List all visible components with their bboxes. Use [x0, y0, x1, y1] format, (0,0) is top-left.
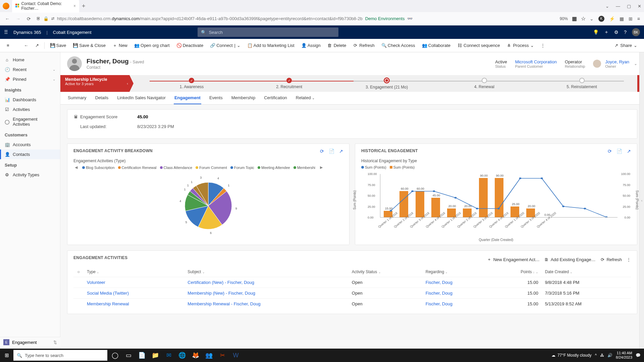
hamburger-toggle[interactable]: ≡: [4, 42, 12, 49]
collapse-icon[interactable]: ‹: [127, 81, 128, 85]
extension-icon[interactable]: ⊞: [629, 16, 633, 21]
collaborate-button[interactable]: 👥Collaborate: [419, 42, 453, 49]
side-panel-toggle[interactable]: ‹: [639, 52, 644, 349]
stage-engagement[interactable]: 3. Engagement (21 Mo): [338, 77, 436, 89]
add-marketing-button[interactable]: 📋Add to Marketing List: [245, 42, 297, 49]
column-header[interactable]: Date Created ⌄: [542, 267, 631, 277]
taskbar-app-word2-icon[interactable]: W: [230, 350, 241, 361]
row-checkbox[interactable]: [73, 299, 84, 309]
popout-chart-icon[interactable]: ↗: [339, 148, 343, 154]
open-org-chart-button[interactable]: 👥Open org chart: [131, 42, 172, 49]
app-name[interactable]: Cobalt Engagement: [53, 30, 92, 35]
taskbar-app-teams-icon[interactable]: 👥: [203, 350, 215, 361]
bar-item[interactable]: [416, 191, 424, 217]
refresh-button[interactable]: ⟳Refresh: [350, 42, 377, 49]
nav-reload-icon[interactable]: ⟳: [25, 16, 32, 21]
task-view-icon[interactable]: ▭: [123, 350, 134, 361]
connect-sequence-button[interactable]: ⛓Connect sequence: [454, 42, 502, 49]
contact-avatar[interactable]: [67, 56, 82, 71]
stage-awareness[interactable]: ✓1. Awareness: [143, 78, 240, 89]
sidebar-engagement-activities[interactable]: ◯Engagement Activities: [0, 114, 60, 129]
user-avatar[interactable]: BK: [632, 28, 640, 36]
export-chart-icon[interactable]: 📄: [329, 148, 334, 154]
export-chart-icon[interactable]: 📄: [616, 148, 622, 154]
tab-events[interactable]: Events: [209, 92, 223, 104]
lightbulb-icon[interactable]: 💡: [593, 29, 599, 35]
pocket-icon[interactable]: ⌄: [590, 16, 594, 21]
delete-button[interactable]: 🗑Delete: [325, 42, 349, 49]
stage-reinstatement[interactable]: 5. Reinstatement: [533, 78, 631, 89]
cell-type[interactable]: Social Media (Twitter): [84, 288, 184, 299]
new-tab-button[interactable]: +: [82, 3, 86, 10]
taskbar-app-firefox-icon[interactable]: 🦊: [190, 350, 201, 361]
window-maximize-icon[interactable]: ▢: [627, 4, 631, 9]
cortana-icon[interactable]: ◯: [109, 350, 121, 361]
help-icon[interactable]: ?: [624, 29, 627, 35]
stage-recruitment[interactable]: ✓2. Recruitment: [240, 78, 338, 89]
nav-back-icon[interactable]: ←: [4, 16, 11, 21]
menu-icon[interactable]: ≡: [637, 16, 640, 21]
app-launcher-icon[interactable]: ⠿: [4, 29, 8, 36]
sidebar-recent[interactable]: 🕘Recent⌄: [0, 65, 60, 74]
select-all-checkbox[interactable]: ○: [73, 267, 84, 277]
nav-forward-icon[interactable]: →: [15, 16, 21, 21]
cell-regarding[interactable]: Fischer, Doug: [422, 277, 492, 288]
connect-button[interactable]: 🔗Connect | ⌄: [207, 42, 243, 49]
browser-tab[interactable]: Contact: Cobalt Demo: Fischer… ×: [12, 0, 79, 13]
window-dropdown-icon[interactable]: ⌄: [605, 4, 609, 9]
grid-overflow-button[interactable]: ⋮: [627, 257, 631, 262]
tab-linkedin-sales-navigator[interactable]: LinkedIn Sales Navigator: [116, 92, 166, 104]
table-row[interactable]: VolunteerCertification (New) - Fischer, …: [73, 277, 631, 288]
taskbar-app-explorer-icon[interactable]: 📁: [150, 350, 161, 361]
grid-refresh-button[interactable]: ⟳Refresh: [600, 257, 622, 262]
global-search[interactable]: 🔍 Search: [198, 27, 338, 37]
bolt-icon[interactable]: ⚡: [609, 16, 615, 21]
zoom-level[interactable]: 90%: [560, 16, 568, 21]
back-button[interactable]: ←: [21, 42, 31, 49]
cell-subject[interactable]: Membership Renewal - Fischer, Doug: [184, 299, 348, 309]
start-button[interactable]: ⊞: [0, 352, 13, 358]
column-header[interactable]: Subject ⌄: [184, 267, 348, 277]
bpf-flag[interactable]: Membership Lifecycle Active for 3 years …: [60, 75, 129, 92]
add-icon[interactable]: ＋: [604, 29, 609, 35]
apps-icon[interactable]: ▦: [620, 16, 624, 21]
parent-customer-field[interactable]: Microsoft CorporationParent Customer: [515, 59, 557, 68]
bar-item[interactable]: [495, 178, 503, 217]
sidebar-home[interactable]: ⌂Home: [0, 55, 60, 65]
address-bar[interactable]: ⛨ 🔒 ⇄ https://cobaltbasedemo.crm.dynamic…: [36, 16, 556, 21]
taskbar-app-outlook-icon[interactable]: ✉: [163, 350, 174, 361]
row-checkbox[interactable]: [73, 288, 84, 299]
table-row[interactable]: Membership RenewalMembership Renewal - F…: [73, 299, 631, 309]
refresh-chart-icon[interactable]: ⟳: [608, 148, 612, 154]
window-close-icon[interactable]: ✕: [638, 4, 641, 9]
tray-network-icon[interactable]: 🖧: [600, 353, 604, 358]
save-close-button[interactable]: 💾Save & Close: [70, 42, 108, 49]
bar-item[interactable]: [399, 191, 408, 217]
cell-regarding[interactable]: Fischer, Doug: [422, 288, 492, 299]
table-row[interactable]: Social Media (Twitter)Membership (New) -…: [73, 288, 631, 299]
sidebar-activities[interactable]: ☑Activities: [0, 105, 60, 114]
stage-renewal[interactable]: 4. Renewal: [435, 78, 533, 89]
bookmark-icon[interactable]: ☆: [581, 15, 586, 22]
sidebar-accounts[interactable]: 🏢Accounts: [0, 140, 60, 149]
popout-chart-icon[interactable]: ↗: [627, 148, 631, 154]
taskbar-search[interactable]: 🔍 Type here to search: [13, 350, 107, 361]
tray-chevron-icon[interactable]: ^: [595, 353, 597, 358]
share-button[interactable]: ↗Share ⌄: [611, 42, 640, 49]
sidebar-contacts[interactable]: 👤Contacts: [0, 149, 60, 159]
tab-membership[interactable]: Membership: [231, 92, 256, 104]
new-button[interactable]: ＋New: [110, 41, 130, 50]
column-header[interactable]: Points ↓ ⌄: [491, 267, 541, 277]
tab-related[interactable]: Related ⌄: [295, 92, 315, 104]
column-header[interactable]: Activity Status ⌄: [348, 267, 422, 277]
taskbar-clock[interactable]: 11:40 AM8/24/2023: [616, 351, 632, 360]
chevron-down-icon[interactable]: ⌄: [634, 61, 637, 66]
column-header[interactable]: Regarding ⌄: [422, 267, 492, 277]
deactivate-button[interactable]: 🚫Deactivate: [174, 42, 206, 49]
check-access-button[interactable]: 🔍Check Access: [379, 42, 418, 49]
row-checkbox[interactable]: [73, 277, 84, 288]
taskbar-app-snip-icon[interactable]: ✂: [217, 350, 228, 361]
environment-badge[interactable]: Demo Environments: [365, 16, 405, 21]
bar-item[interactable]: [479, 178, 488, 217]
legend-prev-icon[interactable]: ◀: [73, 165, 79, 170]
